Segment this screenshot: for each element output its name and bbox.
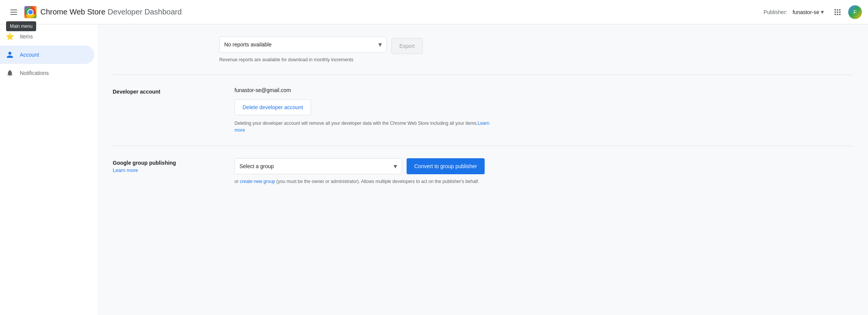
- group-publishing-learn-more-link[interactable]: Learn more: [113, 167, 219, 173]
- sidebar-item-notifications[interactable]: Notifications: [0, 64, 94, 82]
- developer-email: funastor-se@gmail.com: [235, 87, 853, 93]
- developer-account-content: funastor-se@gmail.com Delete developer a…: [235, 87, 853, 134]
- main-content: No reports available ▾ Export Revenue re…: [97, 24, 868, 315]
- revenue-content: No reports available ▾ Export Revenue re…: [219, 37, 853, 62]
- chrome-logo: [24, 6, 37, 18]
- avatar[interactable]: F: [848, 5, 862, 19]
- publisher-dropdown[interactable]: funastor-se ▾: [790, 6, 827, 18]
- app-header: Main menu Chrome Web StoreDeveloper Dash…: [0, 0, 868, 24]
- revenue-hint: Revenue reports are available for downlo…: [219, 57, 853, 62]
- grid-icon: [834, 9, 841, 15]
- page-layout: ⭐ Items Account Notifications: [0, 24, 868, 315]
- sidebar-item-items-label: Items: [20, 33, 33, 40]
- revenue-reports-dropdown[interactable]: No reports available ▾: [219, 37, 387, 52]
- publisher-dropdown-arrow: ▾: [821, 8, 824, 16]
- group-row: Select a group ▾ Convert to group publis…: [235, 158, 853, 174]
- delete-developer-account-button[interactable]: Delete developer account: [235, 99, 311, 115]
- notifications-icon: [6, 69, 14, 77]
- sidebar-item-account[interactable]: Account: [0, 46, 94, 64]
- group-publishing-label: Google group publishing Learn more: [113, 158, 219, 185]
- group-select-text: Select a group: [239, 163, 394, 169]
- group-publishing-section: Google group publishing Learn more Selec…: [113, 146, 853, 197]
- developer-account-label: Developer account: [113, 87, 219, 134]
- hamburger-icon: [10, 10, 17, 15]
- export-button[interactable]: Export: [391, 38, 423, 54]
- group-select-arrow: ▾: [394, 162, 397, 170]
- developer-account-section: Developer account funastor-se@gmail.com …: [113, 75, 853, 146]
- delete-hint: Deleting your developer account will rem…: [235, 120, 493, 134]
- publisher-name: funastor-se: [793, 9, 819, 15]
- items-icon: ⭐: [6, 33, 14, 40]
- revenue-dropdown-arrow: ▾: [378, 40, 382, 49]
- account-icon: [6, 51, 14, 59]
- group-publishing-content: Select a group ▾ Convert to group publis…: [235, 158, 853, 185]
- revenue-dropdown-text: No reports available: [224, 41, 378, 48]
- google-apps-button[interactable]: [830, 5, 845, 20]
- app-title: Chrome Web StoreDeveloper Dashboard: [40, 8, 182, 16]
- revenue-section: No reports available ▾ Export Revenue re…: [113, 33, 853, 75]
- sidebar-item-account-label: Account: [20, 52, 39, 58]
- sidebar-item-notifications-label: Notifications: [20, 70, 49, 76]
- sidebar-item-items[interactable]: ⭐ Items: [0, 27, 94, 46]
- publisher-label: Publisher:: [764, 9, 787, 15]
- group-hint: or create new group (you must be the own…: [235, 178, 493, 185]
- sidebar: ⭐ Items Account Notifications: [0, 24, 97, 315]
- group-select-dropdown[interactable]: Select a group ▾: [235, 158, 402, 174]
- menu-button[interactable]: Main menu: [6, 5, 21, 20]
- create-new-group-link[interactable]: create new group: [240, 179, 275, 184]
- convert-to-group-publisher-button[interactable]: Convert to group publisher: [407, 158, 485, 174]
